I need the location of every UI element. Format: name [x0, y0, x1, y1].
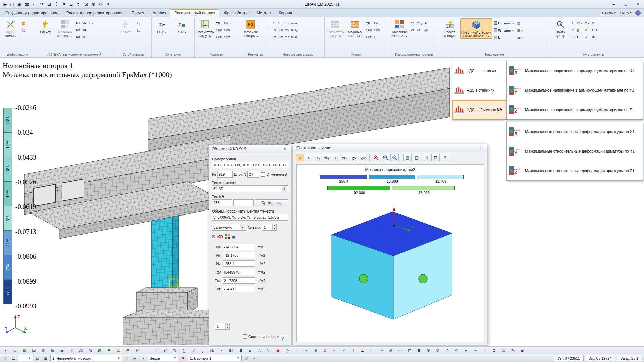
- more-icon[interactable]: ▾: [105, 1, 112, 8]
- gear-icon[interactable]: ⚙: [97, 1, 104, 8]
- fragment-sum-button[interactable]: ΣMy: [223, 27, 231, 33]
- brick-sum-button[interactable]: ∟: [373, 34, 381, 40]
- tab-brick[interactable]: Кирпич: [275, 9, 296, 17]
- bedding-coef-button[interactable]: Pz: [410, 27, 415, 33]
- diagram-icon[interactable]: ▦: [403, 154, 412, 161]
- list-icon[interactable]: ≣: [114, 347, 123, 354]
- flyout-strain-item[interactable]: εmaxZ Максимальные относительные деформа…: [507, 161, 643, 180]
- hatch2-icon[interactable]: ▨: [86, 347, 95, 354]
- dropdown-icon[interactable]: ▾: [1, 347, 10, 354]
- failure-volume-icon[interactable]: ◪▼: [516, 34, 524, 40]
- new-document-icon[interactable]: ▢: [9, 1, 16, 8]
- copy-view-icon[interactable]: ◫: [413, 154, 421, 161]
- status-rows-icon[interactable]: ▤: [34, 355, 41, 361]
- docs-icon[interactable]: ≣: [68, 1, 75, 8]
- plus-circle-icon[interactable]: ⊕: [311, 347, 320, 354]
- failure-letter-button[interactable]: L: [493, 34, 502, 40]
- open-icon[interactable]: ▣: [16, 1, 23, 8]
- brick-mosaic-button[interactable]: Мозаика/векторы ▼: [345, 18, 364, 38]
- bedding-mosaic-button[interactable]: Мозаика/изополя ▼: [390, 18, 409, 38]
- tool-rotate-icon[interactable]: ↻: [571, 27, 575, 33]
- tri-up-icon[interactable]: ▲: [246, 347, 254, 354]
- flag-icon[interactable]: ⚑: [60, 1, 67, 8]
- failure-letter-button[interactable]: W: [493, 27, 502, 33]
- orthotropy-button[interactable]: Ортотропия: [255, 199, 288, 206]
- square-icon[interactable]: ◻: [405, 347, 414, 354]
- block-number-input[interactable]: 24: [247, 171, 259, 178]
- element-number-input[interactable]: 919: [217, 171, 233, 178]
- sum-icon[interactable]: ∑: [180, 347, 189, 354]
- pack-icon[interactable]: ⇩: [53, 1, 60, 8]
- tab-advanced-edit[interactable]: Расширенное редактирование: [62, 9, 128, 17]
- flyout-stress-item[interactable]: σmaxZ Максимальное напряжение в армирующ…: [507, 100, 643, 119]
- tab-create-edit[interactable]: Создание и редактирование: [1, 9, 62, 17]
- fragment-sum-button[interactable]: ΣMx: [223, 20, 231, 26]
- lightning-icon[interactable]: ↯: [75, 1, 82, 8]
- window-icon[interactable]: ▣: [518, 347, 527, 354]
- inertia-button[interactable]: Juy: [277, 27, 284, 33]
- fragment-load-button[interactable]: Рассчитатьнагрузку: [196, 18, 214, 38]
- fragment-sum-button[interactable]: ΣPx: [215, 20, 222, 26]
- stability-l-button[interactable]: Lz: [136, 27, 141, 33]
- si-icon[interactable]: Si: [83, 1, 90, 8]
- dialog-titlebar[interactable]: Состояние сечения ×: [293, 144, 487, 152]
- ring-icon[interactable]: ⊚: [433, 347, 442, 354]
- brick-sum-button[interactable]: ΣPy: [365, 27, 372, 33]
- rsu-button[interactable]: Σσ РСУ ▼: [153, 18, 171, 34]
- zoom-in-icon[interactable]: [381, 154, 389, 161]
- panels-icon[interactable]: ◫: [67, 347, 76, 354]
- root-icon[interactable]: √: [189, 347, 198, 354]
- nds-menu-item[interactable]: НДС в пластинах: [452, 61, 506, 80]
- down-bar-icon[interactable]: ↧: [480, 347, 489, 354]
- half-icon[interactable]: ◐: [217, 347, 226, 354]
- flyout-stress-item[interactable]: σmaxX Максимальное напряжение в армирующ…: [507, 61, 643, 80]
- circled-dot-icon[interactable]: ⊙: [424, 347, 433, 354]
- check-icon[interactable]: ✓: [339, 347, 348, 354]
- swap-v-icon[interactable]: ⇅: [170, 347, 179, 354]
- litera-add-icon[interactable]: +▼: [88, 20, 94, 26]
- litera-mosaic-button[interactable]: Мозаика/изополя ▼: [56, 18, 74, 38]
- bar-icon[interactable]: ▭: [396, 347, 405, 354]
- nds-menu-item[interactable]: НДС в объемные КЭ: [452, 100, 506, 119]
- tool-window-icon[interactable]: ▣: [591, 34, 598, 40]
- brick-sum-button[interactable]: ΣMy: [373, 27, 381, 33]
- tab-advanced-analysis[interactable]: Расширенный анализ: [170, 9, 219, 17]
- deform-vectors-icon[interactable]: ⇆: [21, 27, 26, 33]
- component-button[interactable]: τyz: [350, 154, 358, 161]
- flag-outline-icon[interactable]: ⚐: [133, 347, 142, 354]
- stability-l-button[interactable]: Ly: [136, 20, 141, 26]
- mesh-icon[interactable]: ▦: [20, 347, 29, 354]
- help-button[interactable]: ?: [279, 335, 286, 342]
- close-icon[interactable]: ×: [477, 145, 484, 151]
- rows-icon[interactable]: ▤: [30, 347, 38, 354]
- print-icon[interactable]: ⊟: [46, 1, 53, 8]
- spin-up-icon[interactable]: ▲: [273, 224, 276, 227]
- tool-add-view-icon[interactable]: ⊞: [571, 34, 575, 40]
- help-icon[interactable]: ?: [635, 10, 641, 16]
- spin-up-icon[interactable]: ▲: [226, 323, 229, 326]
- cracks-calc-button[interactable]: Расчеттрещин: [440, 18, 459, 38]
- component-button[interactable]: γyz: [359, 154, 367, 161]
- status-lightning-icon[interactable]: ↯: [2, 355, 9, 361]
- flyout-strain-item[interactable]: εmaxX Максимальные относительные деформа…: [507, 122, 643, 141]
- tab-reinforced-concrete[interactable]: Железобетон: [219, 9, 252, 17]
- bedding-coef-button[interactable]: C1y: [416, 20, 423, 26]
- approx-icon[interactable]: ≈: [368, 347, 376, 354]
- local-axes-icon[interactable]: ⇱: [212, 235, 215, 239]
- bedding-coef-button[interactable]: iN: [424, 20, 429, 26]
- flyout-stress-item[interactable]: σmaxY Максимальное напряжение в армирующ…: [507, 80, 643, 100]
- tool-settings-icon[interactable]: ⚙▼: [591, 27, 598, 33]
- fragment-sum-button[interactable]: ΣPz: [215, 34, 222, 40]
- infinity-icon[interactable]: ∞: [377, 347, 386, 354]
- globe-icon[interactable]: ⊕: [90, 1, 97, 8]
- dot-icon[interactable]: ●: [302, 347, 311, 354]
- nodes-input[interactable]: 1012, 1018, 998, 1019, 1150, 1201, 1151,…: [212, 162, 288, 168]
- tool-center-icon[interactable]: ⌖: [571, 20, 575, 26]
- section-canvas[interactable]: X Y Мозаика напряжений, т/м2 -258.4 -13.…: [296, 164, 484, 342]
- undo-icon[interactable]: ↶: [31, 1, 38, 8]
- result-mosaic-button[interactable]: FG Мозаика/векторы ▼: [241, 18, 260, 38]
- arrow-v-icon[interactable]: ↕: [152, 347, 160, 354]
- marked-checkbox[interactable]: [261, 172, 265, 177]
- failure-diagram-icon[interactable]: ▤▼: [516, 20, 524, 26]
- kd-icon[interactable]: KD: [217, 235, 223, 239]
